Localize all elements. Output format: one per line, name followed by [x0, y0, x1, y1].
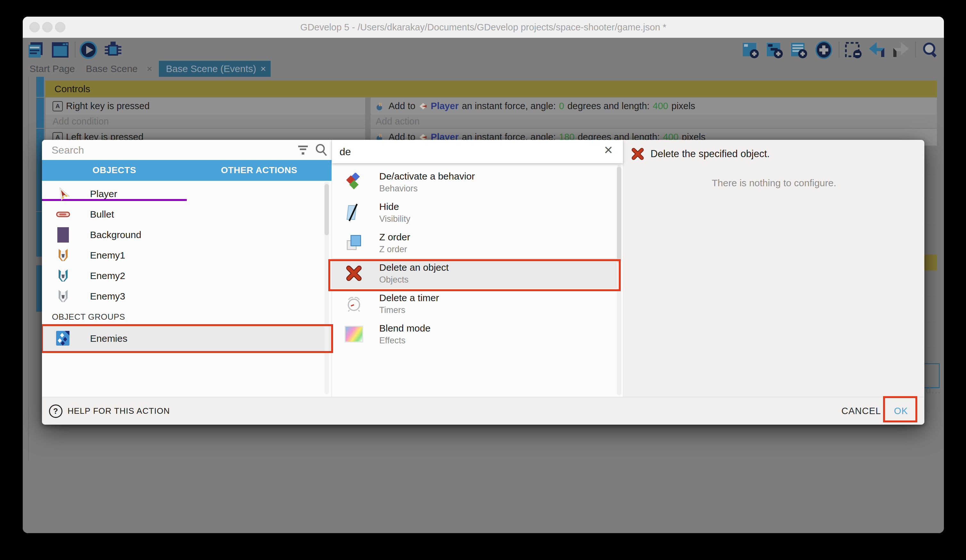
purple-square-icon: [55, 226, 71, 243]
tab-objects[interactable]: OBJECTS: [42, 160, 187, 181]
action-title: Delete an object: [379, 262, 449, 273]
action-search-input[interactable]: [339, 144, 583, 160]
action-subtitle: Objects: [379, 275, 409, 285]
tab-other-actions[interactable]: OTHER ACTIONS: [187, 160, 332, 181]
action-list-pane: × De/activate a behavior Behaviors: [332, 140, 623, 397]
action-subtitle: Z order: [379, 244, 407, 254]
project-manager-button[interactable]: [26, 41, 45, 59]
event-handle[interactable]: [36, 77, 44, 97]
help-for-this-action-button[interactable]: ? HELP FOR THIS ACTION: [49, 397, 170, 425]
add-action-link[interactable]: Add action: [376, 116, 420, 127]
action-text: an instant force, angle:: [462, 101, 556, 111]
enemy1-ship-icon: [55, 247, 71, 264]
clear-search-icon[interactable]: ×: [604, 141, 613, 159]
tab-start-page[interactable]: Start Page: [30, 61, 75, 77]
scrollbar-thumb[interactable]: [617, 167, 621, 263]
action-config-pane: Delete the specified object. There is no…: [623, 140, 924, 397]
search-in-events-button[interactable]: [921, 41, 940, 59]
action-title: Delete a timer: [379, 293, 439, 303]
toolbar-separator: [75, 42, 76, 57]
object-item-bullet[interactable]: Bullet: [42, 204, 325, 224]
undo-button[interactable]: [867, 41, 886, 59]
delete-selection-icon: [844, 41, 863, 59]
add-sub-event-icon: [766, 41, 784, 59]
toolbar-separator: [838, 42, 840, 57]
add-comment-button[interactable]: [790, 41, 808, 59]
action-cell[interactable]: Add to Player an instant force, angle: 0…: [371, 98, 937, 115]
action-text: Add to: [389, 101, 416, 111]
action-title: De/activate a behavior: [379, 171, 475, 182]
delete-selection-button[interactable]: [844, 41, 863, 59]
action-object-name: Player: [431, 101, 458, 111]
action-item-hide[interactable]: Hide Visibility: [332, 197, 617, 228]
keyboard-key-icon: A: [53, 101, 63, 111]
object-label: Enemy3: [90, 286, 125, 306]
object-item-enemy2[interactable]: Enemy2: [42, 265, 325, 286]
undo-arrow-icon: [867, 41, 886, 59]
object-item-player[interactable]: Player: [42, 184, 325, 204]
bug-icon: [104, 41, 123, 59]
add-comment-icon: [790, 41, 808, 59]
action-item-z-order[interactable]: Z order Z order: [332, 228, 617, 258]
event-group-header[interactable]: Controls: [46, 81, 937, 97]
enemy3-ship-icon: [55, 288, 71, 305]
action-title: Z order: [379, 232, 410, 242]
action-detail-title: Delete the specified object.: [651, 148, 770, 160]
alarm-clock-icon: [343, 293, 365, 314]
add-other-event-button[interactable]: [814, 41, 833, 59]
filter-icon[interactable]: [297, 144, 309, 157]
tab-base-scene-close-icon[interactable]: ×: [147, 61, 153, 77]
condition-cell[interactable]: A Right key is pressed: [46, 98, 365, 115]
object-list-scrollbar[interactable]: [324, 182, 329, 394]
help-label: HELP FOR THIS ACTION: [67, 406, 170, 416]
red-cross-icon: [631, 147, 645, 161]
redo-button[interactable]: [891, 41, 910, 59]
action-item-delete-object[interactable]: Delete an object Objects: [332, 258, 617, 289]
object-item-enemy1[interactable]: Enemy1: [42, 245, 325, 265]
dialog-footer: ? HELP FOR THIS ACTION CANCEL OK: [42, 397, 924, 425]
action-item-deactivate-behavior[interactable]: De/activate a behavior Behaviors: [332, 167, 617, 197]
screenshot-root: GDevelop 5 - /Users/dkarakay/Documents/G…: [0, 0, 966, 560]
action-detail-header: Delete the specified object.: [631, 147, 770, 161]
redo-arrow-icon: [891, 41, 910, 59]
action-title: Blend mode: [379, 323, 430, 334]
add-condition-row: Add condition: [46, 115, 365, 128]
preview-play-button[interactable]: [79, 41, 98, 59]
tab-base-scene-events-close-icon[interactable]: ×: [260, 61, 266, 77]
action-item-delete-timer[interactable]: Delete a timer Timers: [332, 289, 617, 319]
action-length-value: 400: [653, 101, 668, 111]
object-item-background[interactable]: Background: [42, 224, 325, 245]
editor-tabbar: Start Page Base Scene × Base Scene (Even…: [23, 61, 944, 77]
action-subtitle: Visibility: [379, 214, 410, 224]
object-label: Enemy1: [90, 245, 125, 265]
group-label: Enemies: [90, 326, 128, 351]
scene-editors-button[interactable]: [51, 41, 69, 59]
object-search-input[interactable]: [51, 142, 283, 158]
add-condition-link[interactable]: Add condition: [53, 116, 109, 127]
action-item-blend-mode[interactable]: Blend mode Effects: [332, 319, 617, 349]
tab-base-scene-events[interactable]: Base Scene (Events) ×: [159, 61, 271, 77]
event-handle[interactable]: [36, 98, 44, 128]
scrollbar-thumb[interactable]: [324, 184, 329, 235]
player-object-icon: [419, 102, 427, 111]
cancel-button[interactable]: CANCEL: [832, 397, 891, 425]
nothing-to-configure-text: There is nothing to configure.: [623, 178, 924, 188]
add-event-icon: [741, 41, 760, 59]
bullet-icon: [55, 206, 71, 223]
action-title: Hide: [379, 201, 399, 212]
object-label: Bullet: [90, 204, 114, 224]
add-circle-icon: [814, 41, 833, 59]
add-action-row: Add action: [371, 115, 937, 128]
tab-base-scene[interactable]: Base Scene: [86, 61, 138, 77]
debugger-button[interactable]: [104, 41, 122, 59]
action-list-scrollbar[interactable]: [617, 165, 621, 395]
add-sub-event-button[interactable]: [766, 41, 784, 59]
add-event-button[interactable]: [741, 41, 760, 59]
group-item-enemies[interactable]: Enemies: [42, 326, 332, 351]
ok-button[interactable]: OK: [886, 397, 916, 425]
window-title: GDevelop 5 - /Users/dkarakay/Documents/G…: [23, 16, 944, 38]
object-item-enemy3[interactable]: Enemy3: [42, 286, 325, 306]
object-label: Player: [90, 184, 117, 204]
behavior-diamonds-icon: [343, 172, 365, 193]
action-angle-value: 0: [559, 101, 564, 111]
